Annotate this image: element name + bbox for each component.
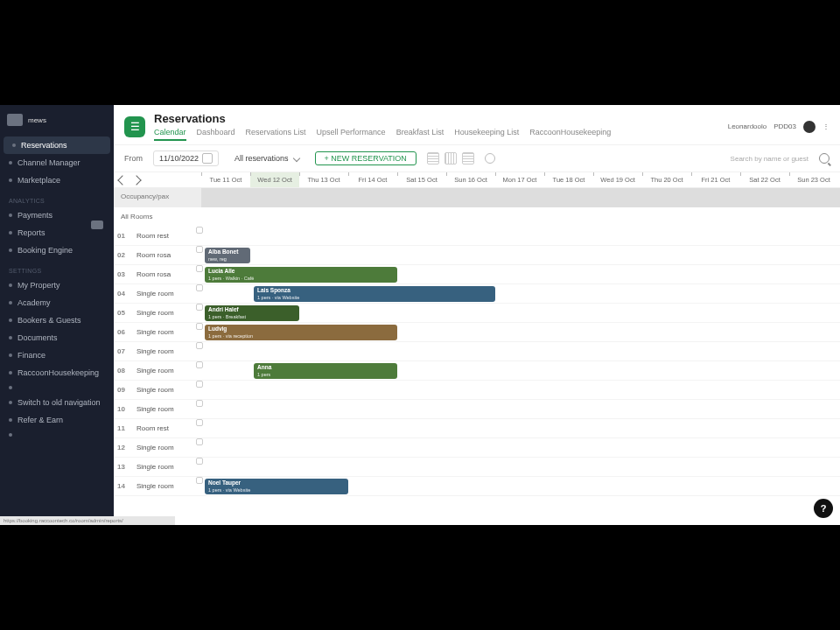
more-icon[interactable]: ⋮ bbox=[822, 122, 830, 130]
calendar-day[interactable]: Wed 12 Oct bbox=[250, 172, 299, 187]
view-columns-icon[interactable] bbox=[427, 152, 439, 164]
lock-icon[interactable] bbox=[196, 323, 203, 330]
room-label[interactable]: 13Single room bbox=[114, 458, 196, 476]
room-track[interactable]: Andri Halef1 pers · Breakfast bbox=[205, 304, 840, 322]
calendar-icon[interactable] bbox=[202, 153, 213, 164]
tab-housekeeping-list[interactable]: Housekeeping List bbox=[454, 128, 519, 141]
reservation-filter-select[interactable]: All reservations bbox=[229, 152, 304, 164]
sidebar-item-bookers-guests[interactable]: Bookers & Guests bbox=[0, 312, 114, 329]
lock-icon[interactable] bbox=[196, 304, 203, 311]
calendar-prev-button[interactable] bbox=[117, 175, 127, 185]
lock-icon[interactable] bbox=[196, 361, 203, 368]
calendar-day[interactable]: Sat 15 Oct bbox=[397, 172, 446, 187]
room-label[interactable]: 07Single room bbox=[114, 342, 196, 360]
all-rooms-row[interactable]: All Rooms bbox=[114, 207, 840, 227]
room-label[interactable]: 06Single room bbox=[114, 323, 196, 341]
tab-upsell-performance[interactable]: Upsell Performance bbox=[317, 128, 386, 141]
tab-breakfast-list[interactable]: Breakfast List bbox=[396, 128, 444, 141]
reservation-block[interactable]: Noel Tauper1 pers · via Website bbox=[205, 479, 348, 494]
room-track[interactable] bbox=[205, 458, 840, 476]
room-track[interactable] bbox=[205, 400, 840, 418]
lock-icon[interactable] bbox=[196, 246, 203, 253]
room-label[interactable]: 14Single room bbox=[114, 477, 196, 495]
tab-reservations-list[interactable]: Reservations List bbox=[246, 128, 306, 141]
tab-calendar[interactable]: Calendar bbox=[154, 128, 186, 141]
room-track[interactable]: Alba Bonetnew, reg bbox=[205, 246, 840, 264]
lock-icon[interactable] bbox=[196, 284, 203, 291]
room-track[interactable] bbox=[205, 438, 840, 457]
new-reservation-button[interactable]: + NEW RESERVATION bbox=[315, 151, 416, 165]
calendar-day[interactable]: Sun 16 Oct bbox=[446, 172, 495, 187]
reservation-block[interactable]: Anna1 pers bbox=[254, 363, 397, 379]
calendar-next-button[interactable] bbox=[131, 175, 141, 185]
calendar-day[interactable]: Fri 21 Oct bbox=[691, 172, 740, 187]
room-track[interactable] bbox=[205, 381, 840, 399]
lock-icon[interactable] bbox=[196, 227, 203, 234]
room-label[interactable]: 05Single room bbox=[114, 304, 196, 322]
room-label[interactable]: 12Single room bbox=[114, 438, 196, 457]
sidebar-collapse-icon[interactable] bbox=[91, 220, 103, 229]
room-label[interactable]: 09Single room bbox=[114, 381, 196, 399]
sidebar-item-documents[interactable]: Documents bbox=[0, 329, 114, 346]
calendar-day[interactable]: Tue 11 Oct bbox=[201, 172, 250, 187]
header-user[interactable]: Leonardoolo bbox=[728, 122, 766, 130]
tab-raccoonhousekeeping[interactable]: RaccoonHousekeeping bbox=[529, 128, 611, 141]
room-track[interactable]: Lucia Alle1 pers · Walkin · Café bbox=[205, 265, 840, 284]
sidebar-item-blank[interactable] bbox=[0, 382, 114, 394]
search-icon[interactable] bbox=[819, 153, 830, 164]
reservation-block[interactable]: Lais Sponza1 pers · via Website bbox=[254, 286, 495, 302]
search-input[interactable]: Search by name or guest bbox=[731, 155, 808, 163]
room-label[interactable]: 01Room rest bbox=[114, 227, 196, 245]
from-date-input[interactable]: 11/10/2022 bbox=[153, 150, 219, 166]
tab-dashboard[interactable]: Dashboard bbox=[197, 128, 235, 141]
room-label[interactable]: 04Single room bbox=[114, 284, 196, 303]
sidebar-item-refer-earn[interactable]: Refer & Earn bbox=[0, 411, 114, 429]
room-track[interactable] bbox=[205, 342, 840, 360]
calendar-day[interactable]: Mon 17 Oct bbox=[495, 172, 544, 187]
room-track[interactable]: Noel Tauper1 pers · via Website bbox=[205, 477, 840, 495]
lock-icon[interactable] bbox=[196, 419, 203, 426]
reservation-block[interactable]: Ludvig1 pers · via reception bbox=[205, 325, 397, 340]
sidebar-item-my-property[interactable]: My Property bbox=[0, 276, 114, 294]
sidebar-item-academy[interactable]: Academy bbox=[0, 294, 114, 312]
lock-icon[interactable] bbox=[196, 342, 203, 349]
gear-icon[interactable] bbox=[485, 153, 495, 164]
room-label[interactable]: 02Room rosa bbox=[114, 246, 196, 264]
lock-icon[interactable] bbox=[196, 458, 203, 465]
help-button[interactable]: ? bbox=[814, 499, 833, 518]
avatar-icon[interactable] bbox=[803, 121, 816, 133]
room-track[interactable] bbox=[205, 227, 840, 245]
calendar-day[interactable]: Thu 13 Oct bbox=[299, 172, 348, 187]
room-track[interactable]: Ludvig1 pers · via reception bbox=[205, 323, 840, 341]
calendar-day[interactable]: Thu 20 Oct bbox=[642, 172, 691, 187]
sidebar-item-channel-manager[interactable]: Channel Manager bbox=[0, 154, 114, 172]
lock-icon[interactable] bbox=[196, 477, 203, 484]
lock-icon[interactable] bbox=[196, 400, 203, 407]
room-track[interactable] bbox=[205, 419, 840, 438]
view-grid-icon[interactable] bbox=[462, 152, 474, 164]
sidebar-item-marketplace[interactable]: Marketplace bbox=[0, 172, 114, 189]
reservation-block[interactable]: Lucia Alle1 pers · Walkin · Café bbox=[205, 267, 397, 283]
sidebar-item-booking-engine[interactable]: Booking Engine bbox=[0, 242, 114, 259]
sidebar-item-blank[interactable] bbox=[0, 429, 114, 441]
reservation-block[interactable]: Alba Bonetnew, reg bbox=[205, 248, 250, 263]
calendar-day[interactable]: Fri 14 Oct bbox=[348, 172, 397, 187]
calendar-day[interactable]: Tue 18 Oct bbox=[544, 172, 593, 187]
lock-icon[interactable] bbox=[196, 438, 203, 445]
reservation-block[interactable]: Andri Halef1 pers · Breakfast bbox=[205, 305, 299, 321]
sidebar-item-switch-to-old-navigation[interactable]: Switch to old navigation bbox=[0, 394, 114, 411]
room-track[interactable]: Lais Sponza1 pers · via Website bbox=[205, 284, 840, 303]
room-track[interactable]: Anna1 pers bbox=[205, 361, 840, 380]
room-label[interactable]: 03Room rosa bbox=[114, 265, 196, 284]
room-label[interactable]: 08Single room bbox=[114, 361, 196, 380]
view-compact-icon[interactable] bbox=[444, 152, 457, 164]
room-label[interactable]: 10Single room bbox=[114, 400, 196, 418]
calendar-day[interactable]: Sun 23 Oct bbox=[789, 172, 838, 187]
sidebar-item-raccoonhousekeeping[interactable]: RaccoonHousekeeping bbox=[0, 364, 114, 382]
room-label[interactable]: 11Room rest bbox=[114, 419, 196, 438]
calendar-day[interactable]: Sat 22 Oct bbox=[740, 172, 789, 187]
sidebar-item-reservations[interactable]: Reservations bbox=[4, 136, 110, 154]
lock-icon[interactable] bbox=[196, 265, 203, 272]
sidebar-item-finance[interactable]: Finance bbox=[0, 346, 114, 364]
lock-icon[interactable] bbox=[196, 381, 203, 388]
